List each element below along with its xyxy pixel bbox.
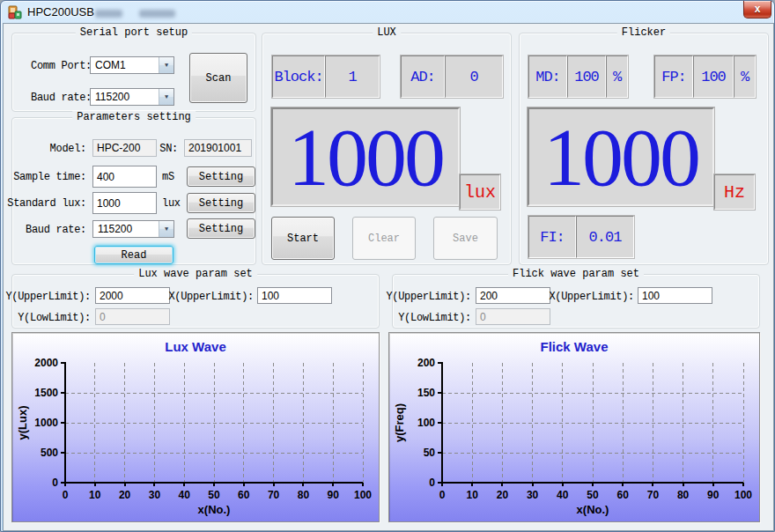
- standard-lux-unit: lux: [162, 197, 181, 210]
- read-button[interactable]: Read: [94, 246, 173, 264]
- sample-time-setting-button[interactable]: Setting: [187, 166, 255, 187]
- lux-y-low-field: [95, 308, 170, 325]
- redacted-title-text: [139, 10, 175, 18]
- window-title: HPC200USB: [27, 5, 94, 18]
- redacted-title-text: [95, 10, 122, 18]
- flick-y-low-field: [476, 308, 550, 325]
- svg-text:70: 70: [647, 489, 660, 501]
- model-field: [92, 139, 157, 157]
- start-button[interactable]: Start: [271, 217, 335, 260]
- comm-port-value: COM1: [91, 57, 159, 73]
- flick-wave-chart-panel: Flick Wave 01020304050607080901000501001…: [388, 332, 760, 522]
- model-label: Model:: [50, 143, 86, 155]
- flicker-legend: Flicker: [617, 26, 670, 39]
- svg-text:0: 0: [439, 489, 446, 501]
- chevron-down-icon: ▼: [159, 89, 173, 105]
- svg-text:0: 0: [52, 477, 58, 489]
- svg-text:50: 50: [587, 489, 599, 501]
- svg-text:40: 40: [179, 489, 191, 501]
- save-button[interactable]: Save: [433, 217, 498, 260]
- svg-text:200: 200: [417, 357, 435, 369]
- md-label: MD:: [528, 55, 567, 98]
- flick-wave-plot: 0102030405060708090100050100150200x(No.)…: [389, 333, 759, 521]
- lux-group: LUX Block: 1 AD: 0 1000 lux Start Clear …: [262, 33, 512, 265]
- standard-lux-setting-button[interactable]: Setting: [187, 193, 255, 213]
- lux-wave-chart-panel: Lux Wave 0102030405060708090100050010001…: [11, 332, 380, 522]
- svg-text:x(No.): x(No.): [198, 503, 231, 516]
- svg-text:150: 150: [417, 387, 435, 399]
- svg-text:10: 10: [467, 489, 479, 501]
- svg-text:1500: 1500: [34, 387, 58, 399]
- svg-text:20: 20: [119, 489, 131, 501]
- svg-text:500: 500: [41, 447, 58, 459]
- svg-text:100: 100: [354, 489, 372, 501]
- svg-text:10: 10: [89, 489, 101, 501]
- flick-x-upper-input[interactable]: [638, 287, 712, 304]
- chevron-down-icon: ▼: [159, 57, 173, 73]
- client-area: Serial port setup Comm Port: COM1 ▼ Baud…: [4, 24, 773, 530]
- params-baud-rate-label: Baud rate:: [26, 224, 86, 236]
- parameters-setting-group: Parameters setting Model: SN: Sample tim…: [11, 117, 256, 265]
- sample-time-unit: mS: [162, 171, 174, 183]
- fp-label: FP:: [654, 55, 693, 98]
- md-unit: %: [606, 55, 628, 98]
- flick-wave-param-group: Flick wave param set Y(UpperLimit): X(Up…: [392, 274, 760, 329]
- standard-lux-label: Standard lux:: [7, 197, 86, 210]
- svg-text:40: 40: [557, 489, 569, 501]
- svg-text:1000: 1000: [34, 417, 58, 429]
- svg-text:y(Lux): y(Lux): [16, 406, 29, 440]
- svg-text:2000: 2000: [34, 357, 58, 369]
- svg-text:70: 70: [268, 489, 280, 501]
- comm-port-select[interactable]: COM1 ▼: [90, 56, 174, 74]
- svg-text:80: 80: [298, 489, 310, 501]
- svg-text:90: 90: [707, 489, 720, 501]
- lux-wave-plot: 01020304050607080901000500100015002000x(…: [12, 333, 379, 521]
- close-button[interactable]: x: [743, 1, 771, 18]
- lux-value-display: 1000: [271, 107, 460, 206]
- svg-text:80: 80: [677, 489, 690, 501]
- svg-text:100: 100: [734, 489, 752, 501]
- block-panel: Block: 1: [271, 55, 380, 99]
- baud-rate-setting-button[interactable]: Setting: [187, 218, 255, 239]
- lux-y-upper-input[interactable]: [95, 287, 170, 304]
- clear-button[interactable]: Clear: [352, 217, 416, 260]
- fp-unit: %: [734, 55, 756, 98]
- lux-x-upper-label: X(UpperLimit):: [168, 291, 254, 303]
- fi-value: 0.01: [576, 216, 634, 258]
- md-value: 100: [567, 55, 606, 98]
- lux-y-upper-label: Y(UpperLimit):: [5, 291, 91, 303]
- svg-text:100: 100: [417, 417, 435, 429]
- lux-legend: LUX: [373, 26, 401, 39]
- svg-text:60: 60: [617, 489, 630, 501]
- svg-text:60: 60: [238, 489, 250, 501]
- app-window: HPC200USB x Serial port setup Comm Port:…: [0, 0, 775, 532]
- serial-setup-legend: Serial port setup: [76, 26, 192, 39]
- params-baud-rate-value: 115200: [93, 221, 159, 237]
- flick-y-upper-label: Y(UpperLimit):: [386, 291, 471, 303]
- baud-rate-select[interactable]: 115200 ▼: [90, 88, 174, 106]
- lux-unit-box: lux: [460, 174, 500, 210]
- params-baud-rate-select[interactable]: 115200 ▼: [92, 220, 174, 238]
- svg-text:50: 50: [208, 489, 220, 501]
- lux-wave-param-group: Lux wave param set Y(UpperLimit): X(Uppe…: [11, 274, 380, 329]
- baud-rate-label: Baud rate:: [31, 92, 92, 104]
- baud-rate-value: 115200: [91, 89, 159, 105]
- parameters-setting-legend: Parameters setting: [72, 111, 196, 123]
- sn-label: SN:: [159, 143, 178, 155]
- lux-wave-param-legend: Lux wave param set: [134, 268, 257, 280]
- lux-y-low-label: Y(LowLimit):: [18, 312, 91, 324]
- comm-port-label: Comm Port:: [31, 60, 92, 72]
- block-value: 1: [325, 55, 380, 98]
- scan-button[interactable]: Scan: [189, 53, 247, 103]
- flick-y-upper-input[interactable]: [476, 287, 550, 304]
- lux-x-upper-input[interactable]: [257, 287, 332, 304]
- svg-text:y(Freq): y(Freq): [393, 403, 406, 442]
- sn-field: [184, 139, 252, 157]
- serial-port-setup-group: Serial port setup Comm Port: COM1 ▼ Baud…: [11, 33, 256, 112]
- fp-value: 100: [693, 55, 734, 98]
- svg-text:30: 30: [527, 489, 539, 501]
- standard-lux-input[interactable]: [92, 192, 157, 214]
- sample-time-input[interactable]: [92, 166, 157, 188]
- block-label: Block:: [272, 55, 325, 98]
- md-panel: MD: 100 %: [528, 55, 629, 99]
